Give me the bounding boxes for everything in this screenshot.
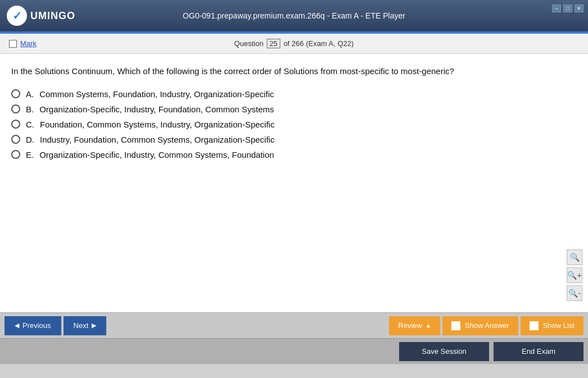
option-letter: B.	[26, 104, 34, 114]
nav-bar: ◀ Previous Next ▶ Review ▲ Show Answer S…	[0, 312, 588, 338]
option-text: Common Systems, Foundation, Industry, Or…	[39, 89, 274, 99]
option-letter: C.	[26, 120, 34, 129]
option-item[interactable]: B.Organization-Specific, Industry, Found…	[11, 104, 577, 114]
option-text: Organization-Specific, Industry, Foundat…	[39, 104, 274, 114]
mark-checkbox[interactable]	[9, 40, 17, 48]
title-bar: ✓ UMINGO OG0-091.prepaway.premium.exam.2…	[0, 0, 588, 31]
option-text: Industry, Foundation, Common Systems, Or…	[40, 135, 274, 144]
option-radio[interactable]	[11, 150, 20, 159]
question-text: In the Solutions Continuum, Which of the…	[11, 65, 577, 78]
show-answer-button[interactable]: Show Answer	[442, 316, 518, 335]
question-header: Mark Question 25 of 266 (Exam A, Q22)	[0, 34, 588, 54]
option-letter: E.	[26, 150, 34, 160]
zoom-out-icon[interactable]: 🔍-	[567, 285, 582, 301]
option-radio[interactable]	[11, 120, 20, 129]
content-area: In the Solutions Continuum, Which of the…	[0, 54, 588, 312]
previous-button[interactable]: ◀ Previous	[4, 316, 61, 335]
zoom-in-icon[interactable]: 🔍+	[567, 267, 582, 283]
option-radio[interactable]	[11, 104, 20, 113]
search-icon[interactable]: 🔍	[567, 249, 582, 265]
option-text: Organization-Specific, Industry, Common …	[39, 150, 274, 160]
maximize-button[interactable]: □	[563, 4, 572, 12]
show-list-button[interactable]: Show List	[521, 316, 584, 335]
close-button[interactable]: ✕	[575, 4, 584, 12]
show-list-icon	[530, 321, 539, 330]
next-arrow-icon: ▶	[92, 322, 96, 329]
options-list: A.Common Systems, Foundation, Industry, …	[11, 89, 577, 160]
side-icons: 🔍 🔍+ 🔍-	[567, 249, 582, 301]
end-exam-button[interactable]: End Exam	[494, 342, 584, 361]
question-number: 25	[266, 39, 280, 48]
review-arrow-icon: ▲	[426, 322, 431, 329]
logo-icon: ✓	[7, 6, 27, 26]
option-item[interactable]: A.Common Systems, Foundation, Industry, …	[11, 89, 577, 99]
mark-link[interactable]: Mark	[20, 39, 37, 48]
logo-text: UMINGO	[30, 10, 75, 22]
option-item[interactable]: E.Organization-Specific, Industry, Commo…	[11, 150, 577, 160]
option-item[interactable]: D.Industry, Foundation, Common Systems, …	[11, 135, 577, 144]
option-item[interactable]: C.Foundation, Common Systems, Industry, …	[11, 120, 577, 129]
option-text: Foundation, Common Systems, Industry, Or…	[40, 120, 274, 129]
question-total: of 266 (Exam A, Q22)	[283, 39, 354, 48]
option-letter: A.	[26, 89, 34, 99]
review-button[interactable]: Review ▲	[389, 316, 440, 335]
save-session-button[interactable]: Save Session	[399, 342, 489, 361]
next-button[interactable]: Next ▶	[64, 316, 107, 335]
logo-area: ✓ UMINGO	[7, 6, 75, 26]
option-radio[interactable]	[11, 135, 20, 144]
previous-arrow-icon: ◀	[15, 322, 19, 329]
option-letter: D.	[26, 135, 34, 144]
show-answer-icon	[451, 321, 460, 330]
action-bar: Save Session End Exam	[0, 338, 588, 364]
minimize-button[interactable]: –	[552, 4, 561, 12]
question-info: Question 25 of 266 (Exam A, Q22)	[234, 39, 354, 48]
option-radio[interactable]	[11, 89, 20, 98]
question-label: Question	[234, 39, 264, 48]
window-controls: – □ ✕	[552, 4, 584, 12]
window-title: OG0-091.prepaway.premium.exam.266q - Exa…	[183, 11, 405, 20]
mark-area: Mark	[9, 39, 37, 48]
